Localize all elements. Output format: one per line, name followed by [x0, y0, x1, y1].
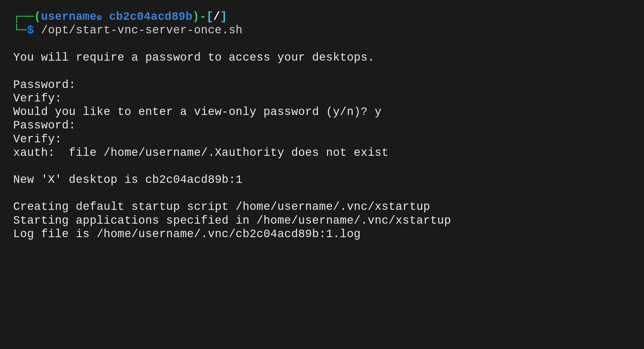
output-line: Log file is /home/username/.vnc/cb2c04ac… [13, 227, 631, 241]
output-line: New 'X' desktop is cb2c04acd89b:1 [13, 173, 631, 187]
prompt-dash: - [199, 10, 206, 23]
output-blank [13, 160, 631, 173]
prompt-corner-bottom: └─ [13, 24, 27, 37]
output-line: You will require a password to access yo… [13, 51, 631, 64]
output-line: Verify: [13, 92, 631, 105]
command-text: /opt/start-vnc-server-once.sh [41, 24, 242, 37]
output-line: Verify: [13, 133, 631, 146]
prompt-bracket-close: ] [220, 10, 227, 23]
terminal-output: You will require a password to access yo… [13, 51, 631, 241]
output-line: Starting applications specified in /home… [13, 214, 631, 227]
output-line: Creating default startup script /home/us… [13, 200, 631, 214]
prompt-cwd: / [213, 10, 220, 23]
prompt-hostname: cb2c04acd89b [109, 10, 192, 23]
output-line: Would you like to enter a view-only pass… [13, 105, 631, 119]
output-line: Password: [13, 78, 631, 92]
prompt-paren-open: ( [34, 10, 41, 23]
output-line: Password: [13, 119, 631, 132]
prompt-line-1: ┌──(usernameK cb2c04acd89b)-[/] [13, 10, 631, 24]
output-blank [13, 65, 631, 78]
shell-prompt: ┌──(usernameK cb2c04acd89b)-[/] └─$ /opt… [13, 10, 631, 37]
output-line: xauth: file /home/username/.Xauthority d… [13, 146, 631, 160]
prompt-space [34, 24, 41, 37]
prompt-dollar: $ [27, 24, 34, 37]
prompt-corner-top: ┌── [13, 10, 34, 23]
circled-k-icon: K [97, 15, 102, 20]
prompt-paren-close: ) [192, 10, 199, 23]
prompt-bracket-open: [ [206, 10, 213, 23]
prompt-username: username [41, 10, 97, 23]
output-blank [13, 187, 631, 200]
prompt-line-2[interactable]: └─$ /opt/start-vnc-server-once.sh [13, 24, 631, 37]
prompt-sep-space [102, 10, 109, 23]
